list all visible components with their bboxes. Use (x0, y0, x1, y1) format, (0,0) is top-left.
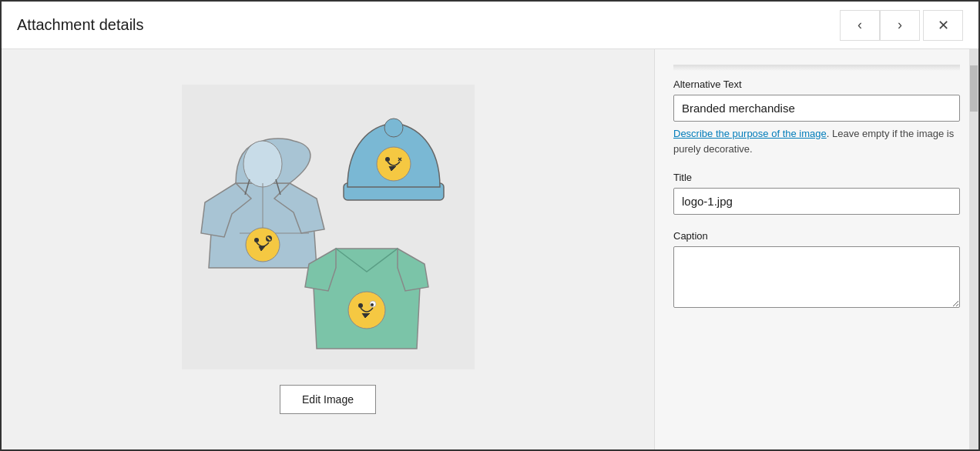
image-container (182, 85, 475, 369)
svg-point-2 (254, 238, 259, 242)
svg-point-1 (246, 228, 280, 262)
svg-point-8 (385, 157, 390, 162)
tshirt (305, 249, 428, 349)
svg-point-7 (377, 147, 411, 181)
left-panel: Edit Image (2, 49, 654, 449)
title-input[interactable] (673, 188, 960, 215)
attachment-details-modal: Attachment details ‹ › ✕ (0, 0, 980, 451)
close-button[interactable]: ✕ (923, 10, 963, 41)
svg-point-6 (384, 119, 403, 137)
caption-group: Caption (673, 230, 960, 311)
title-group: Title (673, 172, 960, 215)
modal-header: Attachment details ‹ › ✕ (2, 2, 978, 49)
title-label: Title (673, 172, 960, 183)
alt-text-label: Alternative Text (673, 79, 960, 90)
right-panel: Alternative Text Describe the purpose of… (655, 49, 978, 449)
alt-text-hint: Describe the purpose of the image. Leave… (673, 126, 960, 156)
next-button[interactable]: › (880, 10, 920, 41)
svg-point-10 (358, 303, 363, 308)
hoodie (201, 139, 324, 268)
caption-input[interactable] (673, 246, 960, 308)
header-nav: ‹ › ✕ (840, 10, 963, 41)
svg-point-12 (371, 303, 374, 306)
scrollbar-thumb[interactable] (970, 65, 978, 112)
beanie (344, 119, 444, 200)
caption-label: Caption (673, 230, 960, 242)
svg-point-9 (348, 292, 385, 329)
edit-image-button[interactable]: Edit Image (280, 385, 376, 414)
scrollbar-track[interactable] (969, 49, 978, 449)
alt-text-hint-link[interactable]: Describe the purpose of the image (673, 128, 827, 139)
alt-text-input[interactable] (673, 95, 960, 122)
merchandise-illustration (190, 91, 467, 364)
scroll-indicator (673, 65, 960, 71)
prev-button[interactable]: ‹ (840, 10, 880, 41)
modal-body: Edit Image Alternative Text Describe the… (2, 49, 978, 449)
modal-title: Attachment details (17, 16, 144, 34)
alt-text-group: Alternative Text Describe the purpose of… (673, 79, 960, 156)
